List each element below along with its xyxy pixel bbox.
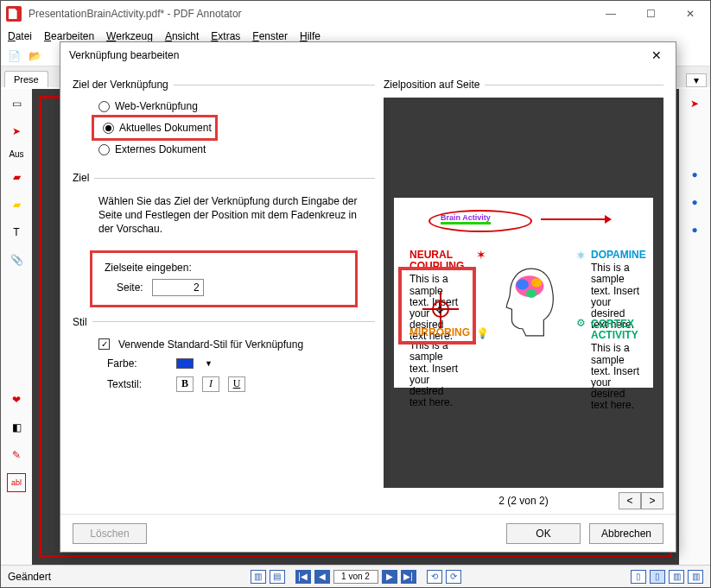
window-title: PresentationBrainActivity.pdf* - PDF Ann… xyxy=(29,8,591,20)
slide-arrow-icon xyxy=(541,218,610,220)
radio-current-label: Aktuelles Dokument xyxy=(119,122,212,134)
new-doc-icon[interactable]: 📄 xyxy=(6,48,22,64)
maximize-button[interactable]: ☐ xyxy=(631,1,670,27)
pager-prev-button[interactable]: < xyxy=(619,492,641,509)
ok-button[interactable]: OK xyxy=(506,523,581,544)
menu-edit[interactable]: Bearbeiten xyxy=(44,30,94,42)
radio-current-indicator xyxy=(103,123,114,134)
pen-icon[interactable]: ▰ xyxy=(7,168,26,187)
sb-first-page-button[interactable]: |◀ xyxy=(295,570,311,584)
menu-tool[interactable]: Werkzeug xyxy=(106,30,153,42)
section-style: Stil xyxy=(73,316,87,328)
menu-extras[interactable]: Extras xyxy=(211,30,240,42)
select-rect-icon[interactable]: ▭ xyxy=(7,94,26,113)
highlighter-icon[interactable]: ▰ xyxy=(7,195,26,214)
underline-button[interactable]: U xyxy=(228,376,245,392)
menu-file[interactable]: Datei xyxy=(8,30,32,42)
cortex-text: This is a sample text. Insert your desir… xyxy=(591,343,643,411)
menu-view[interactable]: Ansicht xyxy=(165,30,199,42)
color-swatch[interactable] xyxy=(176,358,194,369)
radio-web[interactable]: Web-Verknüpfung xyxy=(73,98,375,115)
pager: 2 (2 von 2) < > xyxy=(384,488,663,514)
help-text: Wählen Sie das Ziel der Verknüpfung durc… xyxy=(73,191,375,245)
pager-next-button[interactable]: > xyxy=(641,492,663,509)
sb-layout2-icon[interactable]: ▤ xyxy=(270,570,285,584)
radio-current[interactable]: Aktuelles Dokument xyxy=(98,119,212,136)
page-label: Seite: xyxy=(117,281,143,294)
gear-icon: ⚙ xyxy=(576,317,586,329)
mirroring-text: This is a sample text. Insert your desir… xyxy=(409,340,461,408)
text-icon[interactable]: T xyxy=(7,223,26,242)
highlight-current-doc: Aktuelles Dokument xyxy=(92,115,218,141)
cursor-icon[interactable]: ➤ xyxy=(7,122,26,141)
svg-point-3 xyxy=(526,289,536,298)
node-mid-icon[interactable]: ● xyxy=(685,193,704,212)
sb-view2-icon[interactable]: ▯ xyxy=(650,570,665,584)
minimize-button[interactable]: — xyxy=(591,1,631,27)
sb-view3-icon[interactable]: ▥ xyxy=(669,570,684,584)
menu-help[interactable]: Hilfe xyxy=(300,30,321,42)
sb-layout1-icon[interactable]: ▥ xyxy=(251,570,266,584)
left-toolstrip: ▭ ➤ Aus ▰ ▰ T 📎 ❤ ◧ ✎ abl xyxy=(1,89,32,565)
sb-back-icon[interactable]: ⟲ xyxy=(427,570,442,584)
abl-icon[interactable]: abl xyxy=(7,473,26,492)
splat-icon: ✶ xyxy=(476,248,486,262)
bold-button[interactable]: B xyxy=(176,376,194,392)
use-default-row[interactable]: ✓ Verwende Standard-Stil für Verknüpfung xyxy=(73,335,375,354)
textstyle-label: Textstil: xyxy=(107,378,168,390)
app-window: PresentationBrainActivity.pdf* - PDF Ann… xyxy=(0,0,711,588)
page-input[interactable] xyxy=(152,279,204,296)
crosshair-icon[interactable]: ✥ xyxy=(428,296,454,322)
radio-external[interactable]: Externes Dokument xyxy=(73,141,375,158)
molecule-icon: ⚛ xyxy=(576,250,586,262)
attachment-icon[interactable]: 📎 xyxy=(7,250,26,269)
radio-web-label: Web-Verknüpfung xyxy=(115,100,198,112)
statusbar: Geändert ▥ ▤ |◀ ◀ ▶ ▶| ⟲ ⟳ ▯ ▯ ▥ ▥ xyxy=(1,565,710,587)
head-silhouette-icon xyxy=(505,267,558,338)
statusbar-nav: ▥ ▤ |◀ ◀ ▶ ▶| ⟲ ⟳ xyxy=(251,570,461,584)
status-changed: Geändert xyxy=(8,571,51,583)
use-default-label: Verwende Standard-Stil für Verknüpfung xyxy=(118,338,303,351)
document-tab[interactable]: Prese xyxy=(4,71,48,87)
section-target: Ziel xyxy=(73,172,89,184)
color-dropdown-icon[interactable]: ▼ xyxy=(205,359,213,368)
close-button[interactable]: ✕ xyxy=(670,1,710,27)
radio-external-label: Externes Dokument xyxy=(115,143,206,155)
app-icon xyxy=(6,6,22,22)
menu-window[interactable]: Fenster xyxy=(252,30,288,42)
aus-label: Aus xyxy=(9,149,23,159)
open-folder-icon[interactable]: 📂 xyxy=(27,48,42,64)
sb-page-input[interactable] xyxy=(333,570,378,584)
move-cursor-icon: ✥ xyxy=(435,304,444,316)
pager-text: 2 (2 von 2) xyxy=(498,495,548,507)
dopamine-heading: DOPAMINE xyxy=(591,250,643,261)
dialog-close-button[interactable]: ✕ xyxy=(646,48,667,62)
cancel-button[interactable]: Abbrechen xyxy=(589,523,663,544)
node-bot-icon[interactable]: ● xyxy=(685,220,704,239)
sb-last-page-button[interactable]: ▶| xyxy=(401,570,416,584)
edit-link-dialog: Verknüpfung bearbeiten ✕ Ziel der Verknü… xyxy=(60,41,676,553)
tab-dropdown[interactable]: ▾ xyxy=(686,73,707,87)
sb-next-page-button[interactable]: ▶ xyxy=(382,570,397,584)
right-toolstrip: ➤ ● ● ● xyxy=(679,89,710,565)
use-default-check: ✓ xyxy=(98,338,110,350)
node-top-icon[interactable]: ● xyxy=(685,165,704,184)
radio-external-indicator xyxy=(98,144,110,155)
heart-icon[interactable]: ❤ xyxy=(7,390,26,409)
sb-prev-page-button[interactable]: ◀ xyxy=(314,570,330,584)
edit-pencil-icon[interactable]: ✎ xyxy=(7,446,26,465)
preview-pane[interactable]: Brain Activity NEURAL COUPLING This is a… xyxy=(384,98,663,488)
cursor-right-icon[interactable]: ➤ xyxy=(685,94,704,113)
italic-button[interactable]: I xyxy=(202,376,219,392)
titlebar: PresentationBrainActivity.pdf* - PDF Ann… xyxy=(1,1,710,27)
eraser-icon[interactable]: ◧ xyxy=(7,418,26,437)
bulb-icon: 💡 xyxy=(476,327,489,339)
sb-view1-icon[interactable]: ▯ xyxy=(631,570,646,584)
dialog-titlebar: Verknüpfung bearbeiten ✕ xyxy=(60,42,676,68)
svg-point-1 xyxy=(517,279,529,289)
section-target-type: Ziel der Verknüpfung xyxy=(73,79,168,91)
sb-forward-icon[interactable]: ⟳ xyxy=(446,570,461,584)
radio-web-indicator xyxy=(98,101,110,112)
delete-button[interactable]: Löschen xyxy=(73,523,147,544)
sb-view4-icon[interactable]: ▥ xyxy=(688,570,703,584)
